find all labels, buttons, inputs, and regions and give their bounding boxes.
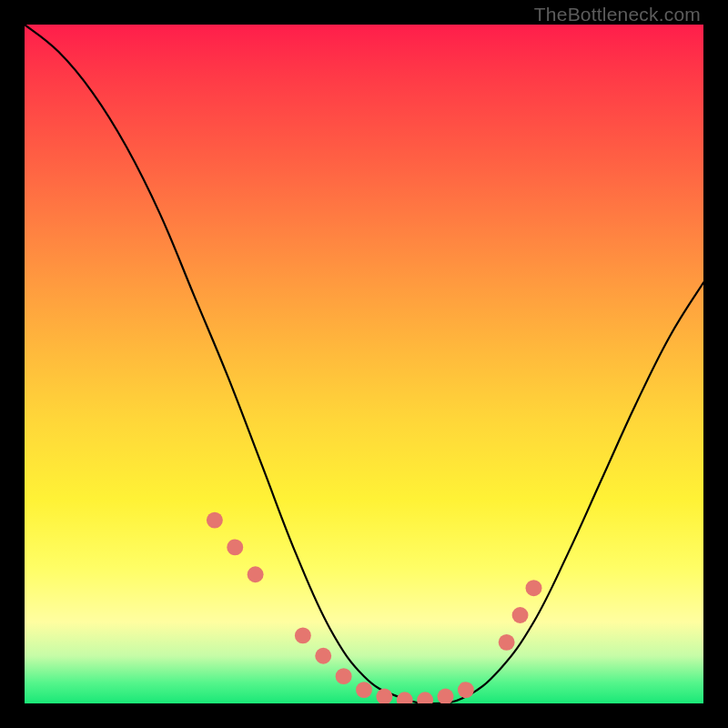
highlight-marker — [356, 682, 372, 698]
highlight-marker — [512, 607, 529, 623]
highlight-marker — [417, 692, 433, 703]
highlight-marker — [295, 627, 311, 643]
chart-frame: TheBottleneck.com — [0, 0, 728, 728]
highlight-marker — [376, 689, 392, 703]
marker-layer — [207, 512, 542, 703]
curve-layer — [25, 25, 703, 703]
highlight-marker — [397, 692, 413, 703]
attribution-text: TheBottleneck.com — [534, 4, 701, 25]
highlight-marker — [499, 634, 515, 651]
highlight-marker — [336, 668, 352, 684]
highlight-marker — [526, 580, 542, 596]
chart-svg — [25, 25, 703, 703]
highlight-marker — [315, 648, 331, 664]
highlight-marker — [438, 689, 454, 703]
highlight-marker — [207, 512, 223, 529]
bottleneck-curve — [25, 25, 703, 703]
highlight-marker — [227, 539, 243, 555]
plot-area — [25, 25, 703, 703]
highlight-marker — [458, 682, 474, 698]
highlight-marker — [248, 566, 264, 582]
